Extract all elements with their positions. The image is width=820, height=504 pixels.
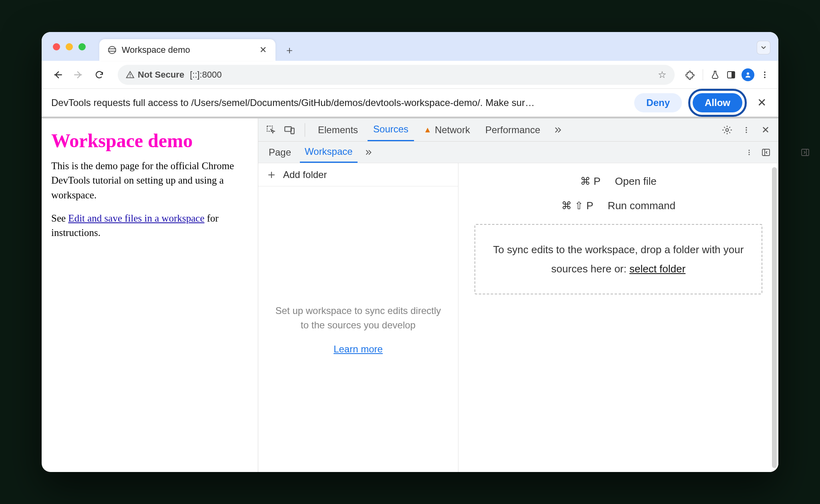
browser-toolbar: Not Secure [::]:8000 ☆: [42, 61, 778, 89]
subtab-workspace[interactable]: Workspace: [300, 142, 358, 163]
svg-rect-3: [732, 72, 735, 78]
toolbar-divider: [703, 69, 703, 80]
panel-left-icon: [761, 148, 771, 157]
reload-button[interactable]: [91, 67, 107, 83]
more-subtabs-button[interactable]: [362, 146, 375, 159]
warning-icon: ▲: [424, 125, 432, 134]
svg-rect-9: [285, 126, 291, 131]
kbd-open-file: ⌘ P: [580, 175, 601, 188]
forward-button[interactable]: [70, 67, 86, 83]
extensions-button[interactable]: [685, 69, 696, 80]
webpage-viewport: Workspace demo This is the demo page for…: [42, 118, 258, 472]
close-icon: ✕: [762, 124, 770, 136]
svg-point-14: [746, 132, 747, 133]
open-file-label: Open file: [615, 175, 657, 188]
omnibox[interactable]: Not Secure [::]:8000 ☆: [118, 65, 675, 85]
devtools-close-button[interactable]: ✕: [758, 122, 774, 138]
navigator-empty-state: Set up workspace to sync edits directly …: [258, 186, 458, 472]
svg-rect-1: [130, 76, 131, 77]
chevron-down-icon: [760, 44, 767, 51]
allow-button[interactable]: Allow: [693, 93, 742, 112]
security-chip[interactable]: Not Secure: [126, 70, 184, 80]
page-paragraph-1: This is the demo page for the official C…: [51, 159, 248, 202]
svg-point-15: [749, 150, 750, 151]
drop-hint: To sync edits to the workspace, drop a f…: [493, 244, 744, 275]
chevron-double-right-icon: [553, 125, 563, 135]
select-folder-link[interactable]: select folder: [629, 263, 685, 275]
tab-strip: Workspace demo ✕ ＋: [42, 32, 778, 61]
svg-point-5: [764, 71, 766, 73]
arrow-right-icon: [73, 70, 84, 80]
window-minimize-button[interactable]: [66, 43, 73, 50]
globe-icon: [108, 46, 116, 54]
kebab-icon: [742, 126, 750, 134]
side-panel-button[interactable]: [726, 69, 737, 80]
drop-zone[interactable]: To sync edits to the workspace, drop a f…: [474, 224, 762, 294]
svg-point-4: [747, 72, 749, 75]
tutorial-link[interactable]: Edit and save files in a workspace: [68, 213, 204, 224]
tab-performance[interactable]: Performance: [480, 118, 546, 141]
add-folder-button[interactable]: ＋ Add folder: [258, 163, 458, 186]
bookmark-button[interactable]: ☆: [658, 69, 667, 80]
mac-traffic-lights: [49, 43, 95, 61]
workspace-navigator: ＋ Add folder Set up workspace to sync ed…: [258, 163, 458, 472]
tab-network[interactable]: ▲ Network: [418, 118, 476, 141]
chrome-menu-button[interactable]: [759, 69, 770, 80]
devtools-panel: Elements Sources ▲ Network Performance: [258, 118, 778, 472]
browser-tab[interactable]: Workspace demo ✕: [99, 39, 275, 61]
allow-button-highlight: Allow: [688, 89, 747, 117]
window-close-button[interactable]: [53, 43, 60, 50]
back-button[interactable]: [50, 67, 66, 83]
tab-title: Workspace demo: [122, 45, 254, 55]
person-icon: [744, 71, 752, 78]
device-toolbar-button[interactable]: [281, 122, 297, 138]
inspect-icon: [266, 125, 276, 135]
tab-list-button[interactable]: [757, 41, 770, 54]
kbd-run-command: ⌘ ⇧ P: [561, 200, 593, 212]
url-text: [::]:8000: [190, 70, 652, 80]
learn-more-link[interactable]: Learn more: [334, 344, 383, 355]
devtools-menu-button[interactable]: [738, 122, 754, 138]
svg-rect-0: [130, 74, 131, 76]
inspect-element-button[interactable]: [263, 122, 279, 138]
sources-subtabs: Page Workspace: [258, 142, 778, 163]
content-area: Workspace demo This is the demo page for…: [42, 117, 778, 472]
shortcut-run-command: ⌘ ⇧ P Run command: [474, 200, 762, 212]
devtools-main-tabs: Elements Sources ▲ Network Performance: [258, 118, 778, 142]
more-tabs-button[interactable]: [550, 122, 566, 138]
profile-button[interactable]: [742, 68, 754, 81]
arrow-left-icon: [52, 70, 63, 80]
navigator-menu-button[interactable]: [742, 146, 756, 159]
close-icon[interactable]: ✕: [259, 45, 267, 55]
panel-icon: [726, 70, 736, 80]
labs-button[interactable]: [709, 69, 721, 80]
kebab-icon: [746, 149, 753, 156]
editor-pane: ⌘ P Open file ⌘ ⇧ P Run command To sync …: [458, 163, 778, 472]
devices-icon: [284, 124, 295, 136]
shortcut-open-file: ⌘ P Open file: [474, 175, 762, 188]
sources-body: ＋ Add folder Set up workspace to sync ed…: [258, 163, 778, 472]
permission-message: DevTools requests full access to /Users/…: [51, 97, 628, 108]
svg-point-17: [749, 154, 750, 155]
svg-point-11: [726, 128, 729, 131]
deny-button[interactable]: Deny: [634, 93, 682, 112]
tab-elements[interactable]: Elements: [312, 118, 364, 141]
editor-scrollbar[interactable]: [772, 167, 777, 468]
window-zoom-button[interactable]: [78, 43, 86, 50]
settings-button[interactable]: [719, 122, 735, 138]
infobar-close-button[interactable]: ✕: [753, 96, 769, 109]
puzzle-icon: [685, 70, 696, 80]
kebab-icon: [760, 70, 769, 79]
tab-sources[interactable]: Sources: [368, 118, 414, 141]
security-label: Not Secure: [138, 70, 184, 80]
new-tab-button[interactable]: ＋: [282, 42, 297, 58]
run-command-label: Run command: [608, 200, 675, 212]
browser-window: Workspace demo ✕ ＋ Not Secure: [42, 32, 778, 472]
subtab-page[interactable]: Page: [264, 142, 296, 163]
chevron-double-right-icon: [364, 148, 373, 157]
page-paragraph-2: See Edit and save files in a workspace f…: [51, 211, 248, 240]
navigator-hint: Set up workspace to sync edits directly …: [274, 304, 442, 332]
hide-navigator-button[interactable]: [759, 146, 773, 159]
warning-triangle-icon: [126, 70, 135, 79]
svg-point-13: [746, 129, 747, 130]
